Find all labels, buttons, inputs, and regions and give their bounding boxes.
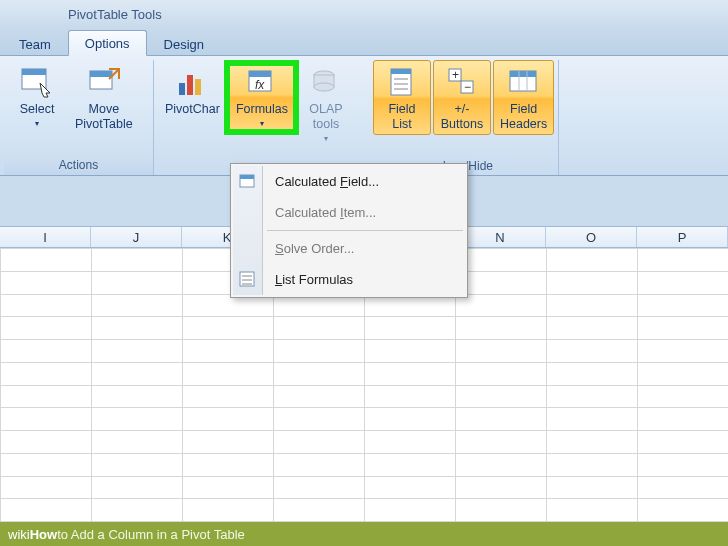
svg-rect-23 [510, 71, 536, 77]
tabs-row: Team Options Design [0, 28, 728, 56]
col-header[interactable]: N [455, 227, 546, 247]
footer-rest: to Add a Column in a Pivot Table [57, 527, 245, 542]
move-pivottable-button[interactable]: Move PivotTable [68, 60, 140, 135]
tab-options[interactable]: Options [68, 30, 147, 56]
footer-caption: wikiHow to Add a Column in a Pivot Table [0, 522, 728, 546]
col-header[interactable]: I [0, 227, 91, 247]
list-formulas-icon [239, 271, 257, 289]
olap-label: OLAP tools [309, 102, 342, 132]
ribbon: Select ▾ Move PivotTable Actions PivotCh… [0, 56, 728, 176]
svg-rect-4 [179, 83, 185, 95]
select-label: Select [20, 102, 55, 117]
field-headers-icon [506, 64, 542, 100]
olap-tools-button[interactable]: OLAP tools ▾ [297, 60, 355, 147]
col-header[interactable]: P [637, 227, 728, 247]
field-list-icon [384, 64, 420, 100]
svg-rect-6 [195, 79, 201, 95]
chart-icon [174, 64, 210, 100]
formulas-dropdown: Calculated Field... Calculated Item... S… [230, 163, 468, 298]
calc-field-icon [239, 173, 257, 191]
formulas-button[interactable]: fx Formulas ▾ [229, 60, 295, 132]
svg-rect-27 [240, 175, 254, 179]
tab-design[interactable]: Design [147, 31, 221, 56]
svg-point-12 [314, 83, 334, 91]
svg-text:+: + [452, 68, 459, 82]
select-icon [19, 64, 55, 100]
footer-how: How [30, 527, 57, 542]
menu-solve-order[interactable]: Solve Order... [233, 233, 465, 264]
formula-icon: fx [244, 64, 280, 100]
dropdown-arrow-icon: ▾ [260, 119, 264, 129]
svg-rect-1 [22, 69, 46, 75]
olap-icon [308, 64, 344, 100]
window-title: PivotTable Tools [68, 7, 162, 22]
menu-calculated-item[interactable]: Calculated Item... [233, 197, 465, 228]
pivotchart-button[interactable]: PivotChar [158, 60, 227, 120]
menu-calculated-field[interactable]: Calculated Field... [233, 166, 465, 197]
dropdown-arrow-icon: ▾ [35, 119, 39, 129]
move-label: Move PivotTable [75, 102, 133, 132]
dropdown-arrow-icon: ▾ [324, 134, 328, 144]
col-header[interactable]: O [546, 227, 637, 247]
svg-text:−: − [464, 80, 471, 94]
svg-rect-8 [249, 71, 271, 77]
svg-rect-14 [391, 69, 411, 74]
plus-minus-buttons-button[interactable]: +− +/- Buttons [433, 60, 491, 135]
svg-rect-5 [187, 75, 193, 95]
field-headers-button[interactable]: Field Headers [493, 60, 554, 135]
field-list-button[interactable]: Field List [373, 60, 431, 135]
svg-rect-3 [90, 71, 112, 77]
pm-buttons-label: +/- Buttons [441, 102, 483, 132]
group-label-actions: Actions [4, 156, 153, 175]
formulas-label: Formulas [236, 102, 288, 117]
menu-separator [267, 230, 463, 231]
move-icon [86, 64, 122, 100]
footer-wiki: wiki [8, 527, 30, 542]
window-title-bar: PivotTable Tools [0, 0, 728, 28]
tab-team[interactable]: Team [2, 31, 68, 56]
col-header[interactable]: J [91, 227, 182, 247]
pivotchart-label: PivotChar [165, 102, 220, 117]
field-list-label: Field List [388, 102, 415, 132]
plus-minus-icon: +− [444, 64, 480, 100]
svg-text:fx: fx [255, 78, 265, 92]
menu-list-formulas[interactable]: List Formulas [233, 264, 465, 295]
select-button[interactable]: Select ▾ [8, 60, 66, 132]
field-headers-label: Field Headers [500, 102, 547, 132]
